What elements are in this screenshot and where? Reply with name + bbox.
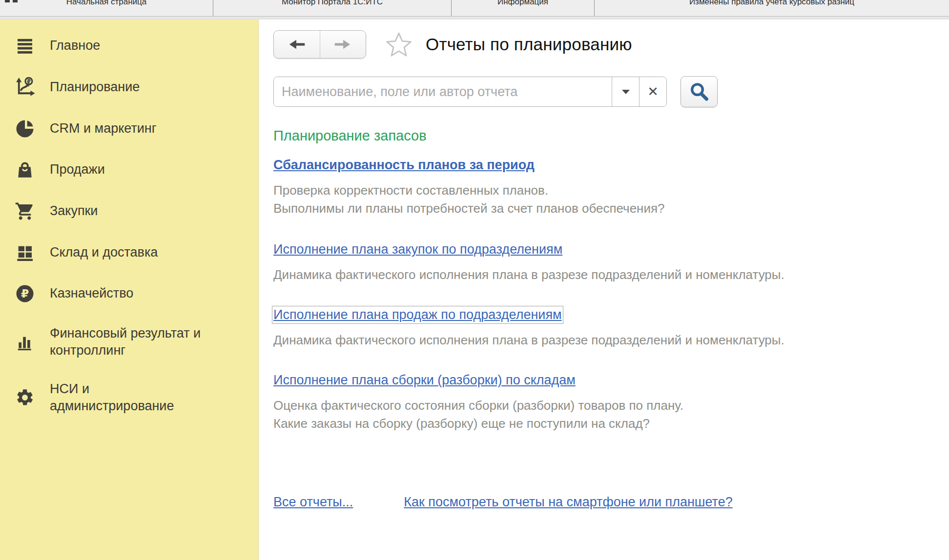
report-description: Оценка фактического состояния сборки (ра… (273, 397, 949, 433)
warehouse-icon (0, 243, 50, 262)
sidebar-item-label: Главное (50, 37, 105, 54)
sidebar-item-label: Продажи (50, 161, 110, 178)
tab-home[interactable]: Начальная страница (0, 0, 213, 17)
sidebar-item-label: Финансовый результат и контроллинг (50, 325, 235, 359)
report-link-assembly-plan[interactable]: Исполнение плана сборки (разборки) по ск… (273, 373, 576, 388)
footer-links-row: Все отчеты... Как посмотреть отчеты на с… (273, 495, 949, 510)
search-button[interactable] (681, 76, 718, 107)
search-input[interactable] (274, 77, 612, 106)
report-description: Динамика фактического исполнения плана в… (273, 331, 949, 349)
menu-icon (0, 36, 50, 56)
shopping-cart-icon (0, 201, 50, 221)
sidebar-item-label: Казначейство (50, 285, 138, 302)
sidebar-item-admin[interactable]: НСИ и администрирование (0, 370, 258, 425)
sidebar-item-label: CRM и маркетинг (50, 120, 162, 137)
bar-chart-icon (0, 333, 50, 351)
tab-label: Информация (497, 0, 548, 7)
sidebar-item-crm[interactable]: CRM и маркетинг (0, 108, 258, 149)
shopping-bag-icon (0, 160, 50, 180)
tab-information[interactable]: Информация (452, 0, 595, 17)
sidebar-item-warehouse[interactable]: Склад и доставка (0, 232, 258, 273)
tab-label: Начальная страница (66, 0, 147, 7)
pie-chart-icon (0, 119, 50, 139)
navigation-row: Отчеты по планированию (273, 29, 949, 60)
main-content: Отчеты по планированию ✕ Планирование за… (259, 20, 949, 560)
sidebar-item-main[interactable]: Главное (0, 25, 258, 66)
forward-button[interactable] (320, 31, 366, 58)
history-nav-group (273, 30, 366, 59)
mobile-reports-help-link[interactable]: Как посмотреть отчеты на смартфоне или п… (404, 495, 732, 510)
tab-exchange-rules[interactable]: Изменены правила учета курсовых разниц (595, 0, 949, 17)
report-link-sales-plan[interactable]: Исполнение плана продаж по подразделения… (273, 307, 562, 322)
report-item: Исполнение плана продаж по подразделения… (273, 307, 949, 349)
sidebar-item-planning[interactable]: ₽ Планирование (0, 66, 258, 108)
report-link-purchase-plan[interactable]: Исполнение плана закупок по подразделени… (273, 242, 562, 257)
app-window: Начальная страница Монитор Портала 1С:ИТ… (0, 0, 949, 560)
tab-label: Монитор Портала 1С:ИТС (282, 0, 383, 7)
tab-label: Изменены правила учета курсовых разниц (689, 0, 854, 7)
ruble-coin-icon: ₽ (0, 284, 50, 303)
sidebar-item-finance[interactable]: Финансовый результат и контроллинг (0, 314, 258, 370)
home-tab-icon (5, 0, 18, 3)
search-row: ✕ (273, 76, 949, 107)
report-item: Исполнение плана сборки (разборки) по ск… (273, 373, 949, 433)
report-link-balance-of-plans[interactable]: Сбалансированность планов за период (273, 158, 535, 173)
report-description: Проверка корректности составленных плано… (273, 181, 949, 218)
tab-its-monitor[interactable]: Монитор Портала 1С:ИТС (213, 0, 452, 17)
sections-sidebar: Главное ₽ Планирование (0, 20, 259, 560)
all-reports-link[interactable]: Все отчеты... (273, 495, 353, 510)
tab-bar: Начальная страница Монитор Портала 1С:ИТ… (0, 0, 949, 17)
report-item: Исполнение плана закупок по подразделени… (273, 242, 949, 284)
planning-chart-icon: ₽ (0, 77, 50, 98)
search-icon (689, 81, 709, 102)
page-title: Отчеты по планированию (426, 35, 632, 54)
svg-text:₽: ₽ (21, 287, 29, 300)
sidebar-item-label: НСИ и администрирование (50, 380, 211, 415)
sidebar-item-purchases[interactable]: Закупки (0, 190, 258, 232)
favorite-star-icon[interactable] (385, 31, 413, 58)
gear-icon (0, 388, 50, 407)
close-icon: ✕ (647, 85, 659, 99)
sidebar-item-treasury[interactable]: ₽ Казначейство (0, 273, 258, 314)
report-search-field: ✕ (273, 77, 667, 107)
sidebar-item-label: Планирование (50, 79, 144, 96)
sidebar-item-label: Склад и доставка (50, 244, 163, 261)
search-clear-button[interactable]: ✕ (639, 77, 666, 106)
sidebar-item-sales[interactable]: Продажи (0, 149, 258, 190)
report-item: Сбалансированность планов за период Пров… (273, 158, 949, 218)
section-heading: Планирование запасов (273, 128, 949, 144)
search-dropdown-button[interactable] (612, 77, 639, 106)
report-description: Динамика фактического исполнения плана в… (273, 266, 949, 284)
svg-text:₽: ₽ (27, 78, 31, 84)
sidebar-item-label: Закупки (50, 202, 103, 220)
back-button[interactable] (274, 31, 320, 58)
chevron-down-icon (622, 90, 630, 94)
